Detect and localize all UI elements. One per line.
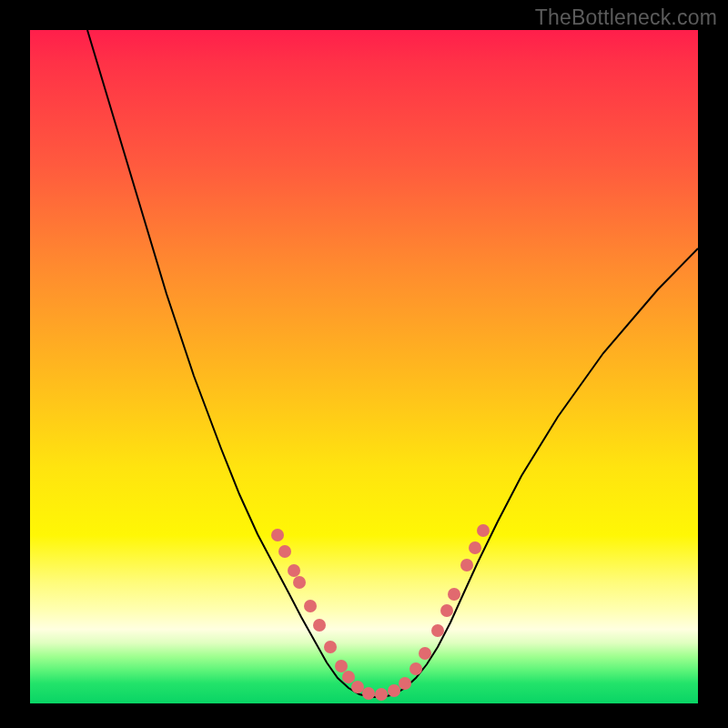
- data-marker: [293, 576, 306, 589]
- chart-svg: [30, 30, 698, 703]
- data-marker: [351, 681, 364, 693]
- data-marker: [399, 677, 411, 690]
- data-marker: [362, 687, 375, 700]
- data-marker: [288, 564, 300, 577]
- data-marker: [278, 545, 291, 558]
- data-marker: [313, 619, 326, 632]
- data-marker: [419, 647, 431, 660]
- data-marker: [431, 624, 444, 637]
- data-marker: [448, 588, 460, 601]
- data-marker: [342, 671, 355, 683]
- plot-area: [30, 30, 698, 703]
- data-marker: [375, 688, 388, 701]
- data-marker: [304, 600, 317, 612]
- bottleneck-curve: [87, 30, 698, 697]
- watermark-text: TheBottleneck.com: [535, 5, 717, 30]
- data-marker: [477, 524, 490, 537]
- chart-frame: TheBottleneck.com: [0, 0, 728, 728]
- data-marker: [410, 662, 422, 675]
- data-marker: [335, 660, 348, 672]
- data-marker: [324, 641, 337, 653]
- data-marker: [271, 529, 284, 541]
- data-marker: [460, 559, 473, 571]
- data-marker: [388, 684, 400, 697]
- data-marker: [440, 604, 453, 617]
- data-marker: [469, 541, 481, 554]
- data-markers: [271, 524, 490, 701]
